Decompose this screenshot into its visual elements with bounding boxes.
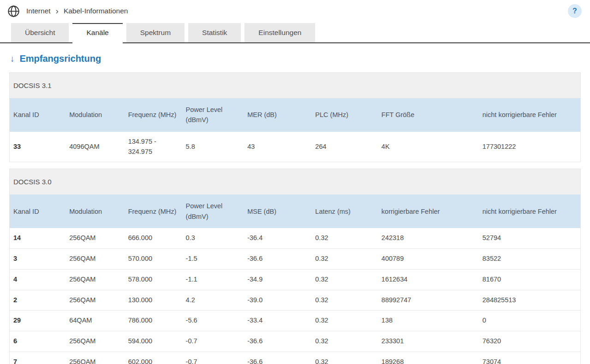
cell: 0.32: [311, 249, 377, 270]
tab-statistik[interactable]: Statistik: [188, 23, 241, 42]
breadcrumb-internet[interactable]: Internet: [26, 7, 51, 15]
chevron-right-icon: ›: [56, 6, 59, 15]
cell: 0.32: [311, 269, 377, 290]
direction-heading: ↓ Empfangsrichtung: [9, 53, 581, 64]
cell: 83522: [479, 249, 580, 270]
cell: 130.000: [125, 290, 182, 311]
cell: 4.2: [182, 290, 244, 311]
tables-container: DOCSIS 3.1Kanal IDModulationFrequenz (MH…: [9, 72, 581, 364]
main-content: ↓ Empfangsrichtung DOCSIS 3.1Kanal IDMod…: [0, 53, 590, 364]
column-header: nicht korrigierbare Fehler: [479, 194, 580, 228]
table-row: 2256QAM130.0004.2-39.00.3288992747284825…: [10, 290, 580, 311]
cell: 786.000: [125, 311, 182, 331]
table-row: 334096QAM134.975 - 324.9755.8432644K1773…: [10, 132, 580, 162]
cell: 134.975 - 324.975: [125, 132, 182, 162]
column-header: MSE (dB): [244, 194, 311, 228]
breadcrumb-current: Kabel-Informationen: [64, 7, 128, 15]
column-header: Frequenz (MHz): [125, 194, 182, 228]
cell: -36.6: [244, 249, 311, 270]
cell: -0.7: [182, 331, 244, 352]
cell: 33: [10, 132, 66, 162]
cell: 73074: [479, 352, 580, 364]
cell: 666.000: [125, 228, 182, 248]
column-header: Modulation: [66, 194, 124, 228]
cell: 64QAM: [66, 311, 124, 331]
table-section-title: DOCSIS 3.0: [10, 169, 580, 194]
tab-kanale[interactable]: Kanäle: [72, 23, 122, 43]
column-header: Latenz (ms): [311, 194, 377, 228]
tab-bar: ÜbersichtKanäleSpektrumStatistikEinstell…: [0, 20, 590, 43]
cell: 256QAM: [66, 249, 124, 270]
cell: -36.6: [244, 331, 311, 352]
cell: 0.32: [311, 352, 377, 364]
cell: 256QAM: [66, 331, 124, 352]
cell: 233301: [378, 331, 479, 352]
breadcrumb: Internet › Kabel-Informationen: [26, 7, 128, 15]
cell: -39.0: [244, 290, 311, 311]
down-arrow-icon: ↓: [10, 54, 15, 64]
cell: -0.7: [182, 352, 244, 364]
tab-spektrum[interactable]: Spektrum: [126, 23, 185, 42]
cell: 400789: [378, 249, 479, 270]
cell: 256QAM: [66, 352, 124, 364]
cell: 242318: [378, 228, 479, 248]
column-header: nicht korrigierbare Fehler: [479, 98, 580, 132]
tab-ubersicht[interactable]: Übersicht: [11, 23, 69, 42]
cell: -36.4: [244, 228, 311, 248]
cell: 6: [10, 331, 66, 352]
cell: 177301222: [479, 132, 580, 162]
cell: 284825513: [479, 290, 580, 311]
cell: 138: [378, 311, 479, 331]
table-docsis-3-0: DOCSIS 3.0Kanal IDModulationFrequenz (MH…: [9, 169, 581, 364]
cell: 4096QAM: [66, 132, 124, 162]
cell: -1.5: [182, 249, 244, 270]
cell: 256QAM: [66, 228, 124, 248]
column-header: MER (dB): [244, 98, 311, 132]
cell: 2: [10, 290, 66, 311]
cell: 0.3: [182, 228, 244, 248]
table-row: 3256QAM570.000-1.5-36.60.3240078983522: [10, 249, 580, 270]
cell: 52794: [479, 228, 580, 248]
cell: 0: [479, 311, 580, 331]
column-header: Power Level (dBmV): [182, 194, 244, 228]
cell: 4K: [378, 132, 479, 162]
column-header: Frequenz (MHz): [125, 98, 182, 132]
cell: -5.6: [182, 311, 244, 331]
cell: 264: [311, 132, 377, 162]
topbar: Internet › Kabel-Informationen ?: [0, 0, 590, 20]
cell: 0.32: [311, 311, 377, 331]
cell: 43: [244, 132, 311, 162]
direction-title: Empfangsrichtung: [20, 53, 101, 64]
cell: 256QAM: [66, 290, 124, 311]
cell: 570.000: [125, 249, 182, 270]
cell: 0.32: [311, 290, 377, 311]
globe-icon[interactable]: [7, 5, 20, 18]
cell: 0.32: [311, 228, 377, 248]
cell: 3: [10, 249, 66, 270]
cell: 7: [10, 352, 66, 364]
table-row: 2964QAM786.000-5.6-33.40.321380: [10, 311, 580, 331]
cell: 14: [10, 228, 66, 248]
cell: 594.000: [125, 331, 182, 352]
column-header: PLC (MHz): [311, 98, 377, 132]
tab-einstellungen[interactable]: Einstellungen: [244, 23, 315, 42]
table-row: 6256QAM594.000-0.7-36.60.3223330176320: [10, 331, 580, 352]
column-header: korrigierbare Fehler: [378, 194, 479, 228]
help-button[interactable]: ?: [568, 4, 582, 18]
table-row: 14256QAM666.0000.3-36.40.3224231852794: [10, 228, 580, 248]
cell: 29: [10, 311, 66, 331]
header-row: Kanal IDModulationFrequenz (MHz)Power Le…: [10, 98, 580, 132]
cell: 88992747: [378, 290, 479, 311]
column-header: Power Level (dBmV): [182, 98, 244, 132]
column-header: FFT Größe: [378, 98, 479, 132]
cell: -1.1: [182, 269, 244, 290]
cell: 76320: [479, 331, 580, 352]
cell: -33.4: [244, 311, 311, 331]
column-header: Kanal ID: [10, 98, 66, 132]
cell: 5.8: [182, 132, 244, 162]
cell: -36.6: [244, 352, 311, 364]
table-row: 7256QAM602.000-0.7-36.60.3218926873074: [10, 352, 580, 364]
cell: 1612634: [378, 269, 479, 290]
cell: 578.000: [125, 269, 182, 290]
column-header: Kanal ID: [10, 194, 66, 228]
